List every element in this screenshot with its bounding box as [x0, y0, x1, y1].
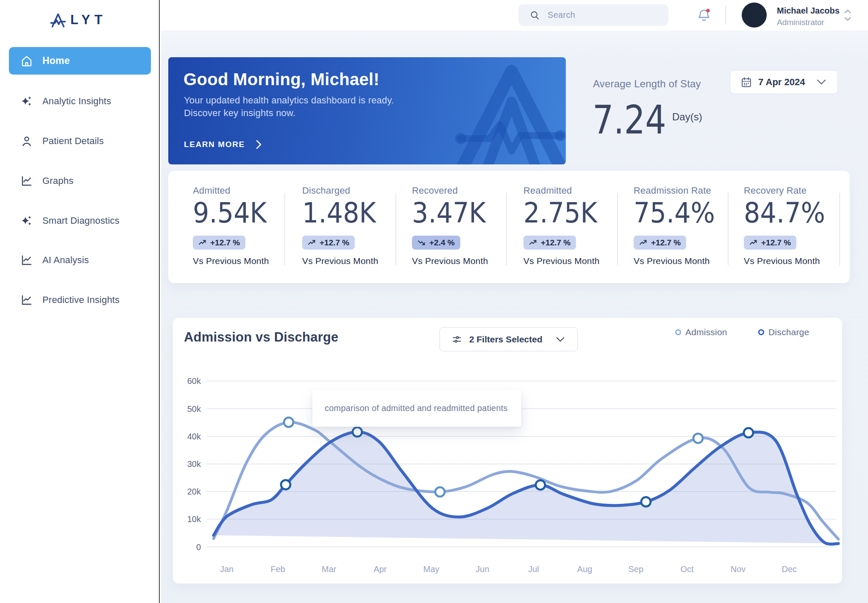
stat-delta: +12.7 % [210, 238, 240, 247]
learn-more-link[interactable]: LEARN MORE [184, 140, 262, 149]
notification-dot [706, 9, 709, 12]
avg-stay-unit: Day(s) [672, 111, 702, 123]
welcome-banner: Good Morning, Michael! Your updated heal… [168, 57, 566, 164]
trend-up-icon [198, 239, 206, 247]
logo-mark-icon [50, 12, 66, 28]
svg-text:Jul: Jul [528, 564, 539, 574]
search-input[interactable]: Search [518, 4, 668, 26]
chart-card: Admission vs Discharge 2 Filters Selecte… [173, 318, 842, 584]
sidebar-item-label: AI Analysis [42, 255, 89, 266]
stat-divider [284, 193, 285, 265]
notification-bell-icon[interactable] [696, 7, 712, 23]
stat-trend-badge: +12.7 % [634, 236, 686, 250]
svg-text:0: 0 [196, 542, 201, 552]
svg-text:60k: 60k [187, 376, 201, 386]
chevron-right-icon [256, 140, 262, 149]
svg-text:50k: 50k [187, 404, 201, 414]
stat-label: Readmitted [523, 185, 572, 196]
stat-delta: +12.7 % [761, 238, 791, 247]
svg-text:Mar: Mar [322, 564, 337, 574]
svg-text:Jan: Jan [220, 564, 234, 574]
stat-delta: +12.7 % [320, 238, 349, 247]
stat-delta: +2.4 % [429, 238, 455, 247]
line-chart-icon [20, 175, 33, 187]
admission-discharge-chart[interactable]: 60k50k40k30k20k10k0JanFebMarAprMayJunJul… [173, 318, 842, 584]
sidebar-item-ai-analysis[interactable]: AI Analysis [9, 246, 151, 274]
main-content: Search Michael Jacobs Administrator Good… [161, 0, 868, 603]
svg-text:Nov: Nov [731, 564, 746, 574]
search-icon [529, 10, 540, 21]
stat-label: Admitted [193, 185, 230, 196]
line-chart-icon [20, 294, 33, 306]
chart-tooltip: comparison of admitted and readmitted pa… [312, 389, 521, 427]
stat-trend-badge: +12.7 % [523, 236, 576, 250]
app-logo: LYT [50, 12, 107, 28]
stat-value: 75.4% [634, 197, 715, 229]
trend-down-icon [417, 239, 426, 247]
banner-subtitle-line1: Your updated health analytics dashboard … [184, 94, 394, 107]
stat-value: 84.7% [744, 197, 825, 229]
user-menu-chevrons-icon[interactable] [842, 7, 853, 24]
search-placeholder: Search [548, 10, 575, 20]
svg-text:Sep: Sep [628, 564, 643, 574]
stat-label: Recovered [412, 185, 458, 196]
stat-compare-label: Vs Previous Month [193, 256, 269, 266]
user-role: Administrator [777, 18, 824, 27]
stat-trend-badge: +12.7 % [302, 236, 355, 250]
sidebar-item-graphs[interactable]: Graphs [9, 167, 151, 195]
stat-compare-label: Vs Previous Month [302, 256, 378, 266]
sidebar-item-label: Graphs [42, 175, 73, 186]
sidebar-item-home[interactable]: Home [9, 47, 151, 75]
sidebar-item-predictive-insights[interactable]: Predictive Insights [9, 286, 151, 314]
stat-trend-badge: +12.7 % [744, 236, 796, 250]
date-picker-value: 7 Apr 2024 [758, 77, 805, 88]
trend-up-icon [308, 239, 316, 247]
logo-text: LYT [70, 12, 107, 28]
svg-text:Apr: Apr [373, 564, 387, 574]
sparkles-icon [20, 95, 33, 108]
svg-text:20k: 20k [187, 487, 201, 496]
calendar-icon [740, 76, 752, 88]
stat-value: 3.47K [412, 197, 486, 229]
stat-divider [617, 193, 618, 265]
stat-delta: +12.7 % [651, 238, 681, 247]
stat-compare-label: Vs Previous Month [523, 256, 600, 266]
trend-up-icon [639, 239, 647, 247]
svg-text:Jun: Jun [476, 564, 489, 574]
line-chart-icon [20, 254, 33, 267]
topbar: Search Michael Jacobs Administrator [161, 0, 868, 31]
date-picker-button[interactable]: 7 Apr 2024 [730, 70, 838, 94]
stat-label: Readmission Rate [634, 185, 711, 196]
stat-divider [395, 193, 396, 265]
svg-text:30k: 30k [187, 459, 201, 469]
svg-text:40k: 40k [187, 432, 201, 441]
banner-subtitle-line2: Discover key insights now. [184, 107, 394, 119]
sidebar-item-analytic-insights[interactable]: Analytic Insights [9, 87, 151, 115]
svg-text:10k: 10k [187, 514, 201, 524]
chevron-down-icon [817, 79, 826, 85]
banner-title: Good Morning, Michael! [184, 70, 379, 89]
stat-divider [839, 193, 840, 265]
stat-delta: +12.7 % [541, 238, 570, 247]
stat-value: 9.54K [193, 197, 267, 229]
avatar[interactable] [742, 3, 767, 28]
sidebar-item-label: Home [42, 55, 70, 67]
sidebar-item-label: Predictive Insights [42, 295, 120, 306]
stat-compare-label: Vs Previous Month [412, 256, 488, 266]
sparkles-icon [20, 214, 33, 227]
svg-text:Feb: Feb [270, 564, 285, 574]
sidebar: LYT Home Analytic Insights Patient Detai… [0, 0, 160, 603]
stat-trend-badge: +2.4 % [412, 236, 460, 250]
stats-card: Admitted 9.54K +12.7 % Vs Previous Month… [168, 171, 850, 283]
svg-text:Oct: Oct [680, 564, 694, 574]
svg-text:Dec: Dec [782, 564, 797, 574]
banner-subtitle: Your updated health analytics dashboard … [184, 94, 394, 119]
stat-value: 1.48K [302, 197, 376, 229]
stat-label: Recovery Rate [744, 185, 807, 196]
sidebar-item-patient-details[interactable]: Patient Details [9, 127, 151, 155]
stat-compare-label: Vs Previous Month [744, 256, 820, 266]
topbar-divider [726, 6, 726, 25]
sidebar-item-smart-diagnostics[interactable]: Smart Diagnostics [9, 207, 151, 234]
person-icon [20, 135, 33, 147]
chart-tooltip-text: comparison of admitted and readmitted pa… [325, 403, 508, 413]
